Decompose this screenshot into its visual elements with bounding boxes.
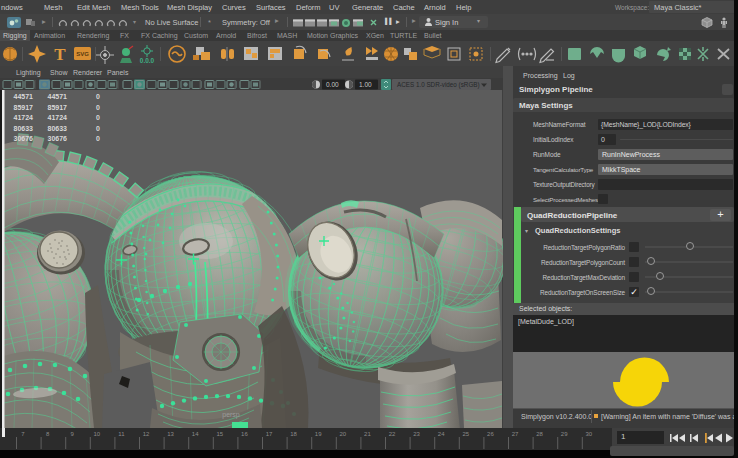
svg-text:85917: 85917 <box>48 104 68 111</box>
svg-text:13: 13 <box>167 431 174 437</box>
svg-text:80633: 80633 <box>14 125 34 132</box>
svg-text:10: 10 <box>93 431 100 437</box>
svg-text:0.0.0: 0.0.0 <box>140 57 155 64</box>
svg-text:85917: 85917 <box>14 104 34 111</box>
svg-text:80633: 80633 <box>48 125 68 132</box>
svg-text:30676: 30676 <box>14 135 34 142</box>
svg-text:7: 7 <box>21 431 25 437</box>
svg-text:44571: 44571 <box>48 93 68 100</box>
svg-text:ACES 1.0 SDR-video (sRGB): ACES 1.0 SDR-video (sRGB) <box>397 81 480 89</box>
svg-text:41724: 41724 <box>14 114 34 121</box>
svg-text:24: 24 <box>438 431 445 437</box>
svg-text:Renderer: Renderer <box>73 69 103 76</box>
svg-text:15: 15 <box>216 431 223 437</box>
svg-text:30: 30 <box>585 431 592 437</box>
svg-text:Lighting: Lighting <box>16 69 41 77</box>
svg-text:14: 14 <box>192 431 199 437</box>
svg-text:0: 0 <box>96 93 100 100</box>
svg-text:0: 0 <box>96 125 100 132</box>
svg-text:Show: Show <box>50 69 68 76</box>
svg-text:8: 8 <box>46 431 50 437</box>
svg-text:11: 11 <box>118 431 125 437</box>
svg-text:T: T <box>54 45 66 64</box>
svg-text:18: 18 <box>290 431 297 437</box>
svg-text:0.00: 0.00 <box>326 81 339 88</box>
svg-text:21: 21 <box>364 431 371 437</box>
svg-text:29: 29 <box>561 431 568 437</box>
svg-text:Panels: Panels <box>107 69 129 76</box>
svg-text:20: 20 <box>339 431 346 437</box>
svg-text:16: 16 <box>241 431 248 437</box>
svg-text:0: 0 <box>96 135 100 142</box>
svg-text:28: 28 <box>536 431 543 437</box>
svg-text:12: 12 <box>143 431 150 437</box>
svg-text:0: 0 <box>96 104 100 111</box>
svg-text:19: 19 <box>315 431 322 437</box>
svg-text:27: 27 <box>512 431 519 437</box>
svg-text:44571: 44571 <box>14 93 34 100</box>
svg-text:0: 0 <box>96 114 100 121</box>
svg-text:17: 17 <box>266 431 273 437</box>
svg-text:41724: 41724 <box>48 114 68 121</box>
svg-text:25: 25 <box>462 431 469 437</box>
svg-text:30676: 30676 <box>48 135 68 142</box>
svg-text:SVG: SVG <box>76 51 89 57</box>
svg-text:1.00: 1.00 <box>359 81 372 88</box>
svg-text:9: 9 <box>71 431 75 437</box>
svg-text:persp: persp <box>222 411 240 419</box>
svg-text:22: 22 <box>389 431 396 437</box>
svg-text:26: 26 <box>487 431 494 437</box>
svg-text:23: 23 <box>413 431 420 437</box>
